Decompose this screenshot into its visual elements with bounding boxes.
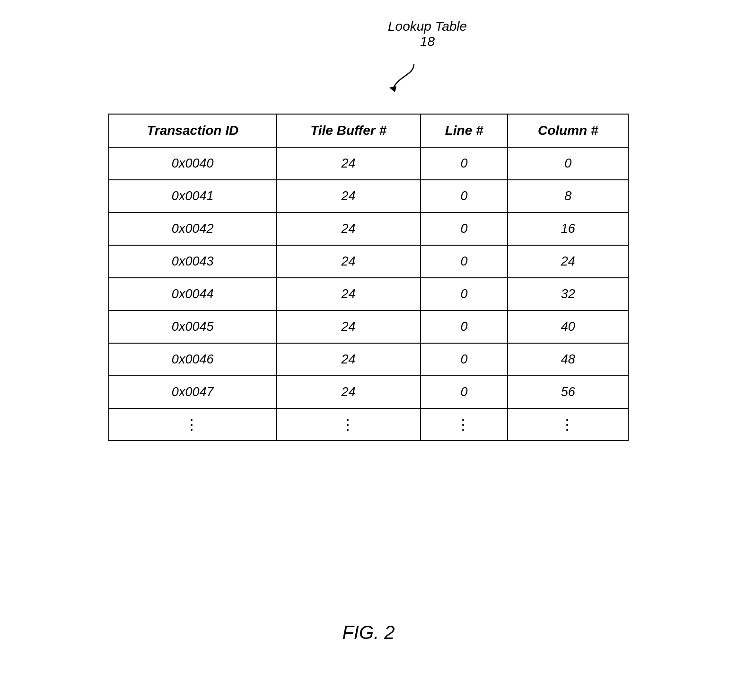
lookup-table-title: Lookup Table bbox=[388, 19, 467, 34]
table-cell-5-1: 24 bbox=[276, 310, 421, 343]
table-cell-6-3: 48 bbox=[508, 343, 628, 376]
table-cell-1-0: 0x0041 bbox=[109, 180, 276, 213]
table-cell-3-1: 24 bbox=[276, 245, 421, 278]
lookup-table: Transaction ID Tile Buffer # Line # Colu… bbox=[108, 114, 629, 441]
ellipsis-cell-2: ⋮ bbox=[421, 408, 508, 441]
table-cell-5-3: 40 bbox=[508, 310, 628, 343]
table-cell-7-3: 56 bbox=[508, 376, 628, 408]
header-column: Column # bbox=[508, 114, 628, 147]
table-cell-6-2: 0 bbox=[421, 343, 508, 376]
figure-label: FIG. 2 bbox=[342, 622, 395, 643]
header-line: Line # bbox=[421, 114, 508, 147]
table-cell-0-2: 0 bbox=[421, 147, 508, 180]
table-cell-5-0: 0x0045 bbox=[109, 310, 276, 343]
table-cell-6-0: 0x0046 bbox=[109, 343, 276, 376]
table-cell-2-0: 0x0042 bbox=[109, 213, 276, 245]
table-cell-6-1: 24 bbox=[276, 343, 421, 376]
lookup-table-number: 18 bbox=[388, 34, 467, 49]
lookup-table-label-area: Lookup Table 18 bbox=[388, 19, 467, 49]
table-row: 0x004724056 bbox=[109, 376, 628, 408]
table-cell-4-1: 24 bbox=[276, 278, 421, 310]
table-cell-3-0: 0x0043 bbox=[109, 245, 276, 278]
table-cell-3-2: 0 bbox=[421, 245, 508, 278]
header-transaction-id: Transaction ID bbox=[109, 114, 276, 147]
table-cell-1-1: 24 bbox=[276, 180, 421, 213]
table-cell-5-2: 0 bbox=[421, 310, 508, 343]
table-row: 0x004624048 bbox=[109, 343, 628, 376]
table-row: 0x00412408 bbox=[109, 180, 628, 213]
table-cell-7-2: 0 bbox=[421, 376, 508, 408]
table-cell-1-3: 8 bbox=[508, 180, 628, 213]
table-cell-2-2: 0 bbox=[421, 213, 508, 245]
table-cell-4-2: 0 bbox=[421, 278, 508, 310]
table-header-row: Transaction ID Tile Buffer # Line # Colu… bbox=[109, 114, 628, 147]
table-cell-0-0: 0x0040 bbox=[109, 147, 276, 180]
header-tile-buffer: Tile Buffer # bbox=[276, 114, 421, 147]
table-row: 0x00402400 bbox=[109, 147, 628, 180]
table-cell-4-0: 0x0044 bbox=[109, 278, 276, 310]
ellipsis-cell-3: ⋮ bbox=[508, 408, 628, 441]
ellipsis-cell-1: ⋮ bbox=[276, 408, 421, 441]
table-cell-0-1: 24 bbox=[276, 147, 421, 180]
table-row: 0x004324024 bbox=[109, 245, 628, 278]
ellipsis-cell-0: ⋮ bbox=[109, 408, 276, 441]
table-cell-3-3: 24 bbox=[508, 245, 628, 278]
page-container: Lookup Table 18 Transaction ID Tile Buff… bbox=[0, 0, 737, 700]
table-cell-2-3: 16 bbox=[508, 213, 628, 245]
table-cell-7-1: 24 bbox=[276, 376, 421, 408]
table-cell-4-3: 32 bbox=[508, 278, 628, 310]
lookup-table-container: Transaction ID Tile Buffer # Line # Colu… bbox=[38, 114, 699, 441]
arrow-area bbox=[388, 62, 426, 101]
table-cell-2-1: 24 bbox=[276, 213, 421, 245]
table-cell-7-0: 0x0047 bbox=[109, 376, 276, 408]
table-row: 0x004524040 bbox=[109, 310, 628, 343]
table-row: 0x004224016 bbox=[109, 213, 628, 245]
table-cell-0-3: 0 bbox=[508, 147, 628, 180]
svg-marker-0 bbox=[389, 86, 396, 92]
table-cell-1-2: 0 bbox=[421, 180, 508, 213]
arrow-icon bbox=[388, 62, 426, 99]
table-row: 0x004424032 bbox=[109, 278, 628, 310]
table-ellipsis-row: ⋮⋮⋮⋮ bbox=[109, 408, 628, 441]
